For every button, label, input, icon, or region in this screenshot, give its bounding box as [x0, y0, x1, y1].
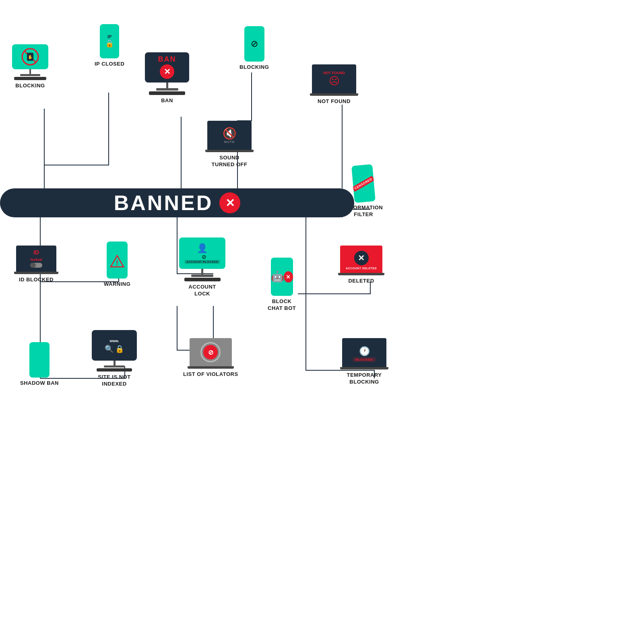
phone-shadow-ban: [29, 342, 50, 378]
monitor-screen-ban: BAN ✕: [145, 52, 189, 83]
label-site-not-indexed: SITE IS NOTINDEXED: [98, 374, 130, 388]
monitor-site-indexed: www. 🔍 🔒: [92, 330, 137, 372]
node-temp-blocking: 🕐 BLOCKED TEMPORARYBLOCKING: [340, 338, 388, 386]
monitor-blocking: ✋: [12, 44, 48, 80]
laptop-deleted: ✕ ACCOUNT DELETED: [338, 246, 384, 275]
node-shadow-ban: SHADOW BAN: [20, 342, 59, 387]
laptop-screen-sound: 🔇 MUTE: [207, 121, 252, 150]
phone-screen-blocking-right: ⊘: [244, 26, 264, 62]
phone-blocking-right: ⊘: [244, 26, 264, 62]
node-ip-closed: IP 🔒 IP CLOSED: [95, 24, 124, 68]
node-id-blocked: IDlocked ID BLOCKED: [14, 246, 58, 283]
monitor-screen-site: www. 🔍 🔒: [92, 330, 137, 361]
label-blocking-top: BLOCKING: [15, 83, 45, 89]
phone-info-filter: CENSORED: [353, 165, 374, 202]
label-account-lock: ACCOUNTLOCK: [188, 284, 216, 297]
laptop-sound: 🔇 MUTE: [205, 121, 254, 152]
laptop-base-not-found: [310, 93, 358, 96]
label-warning: WARNING: [104, 281, 130, 288]
node-block-chat-bot: 🤖 ✕ BLOCKCHAT BOT: [268, 258, 296, 312]
laptop-list-violators: ⊘: [188, 338, 234, 369]
laptop-temp-blocking: 🕐 BLOCKED: [340, 338, 388, 369]
label-deleted: DELETED: [348, 278, 374, 285]
label-id-blocked: ID BLOCKED: [19, 277, 54, 283]
laptop-screen-violators: ⊘: [190, 338, 232, 366]
node-blocking-top: ✋ BLOCKING: [12, 44, 48, 89]
label-ip-closed: IP CLOSED: [95, 61, 124, 68]
node-sound-off: 🔇 MUTE SOUNDTURNED OFF: [205, 121, 254, 168]
banned-banner: BANNED ✕: [0, 188, 354, 217]
laptop-not-found: NOT FOUND ☹: [310, 64, 358, 96]
node-list-violators: ⊘ LIST OF VIOLATORS: [183, 338, 238, 378]
laptop-id-blocked: IDlocked: [14, 246, 58, 274]
laptop-screen-id: IDlocked: [16, 246, 56, 272]
label-sound-off: SOUNDTURNED OFF: [212, 155, 248, 168]
phone-screen-info-filter: CENSORED: [351, 164, 376, 203]
label-temp-blocking: TEMPORARYBLOCKING: [347, 372, 382, 386]
monitor-ban: BAN ✕: [145, 52, 189, 95]
label-not-found: NOT FOUND: [318, 98, 351, 105]
node-blocking-right: ⊘ BLOCKING: [239, 26, 269, 71]
node-not-found: NOT FOUND ☹ NOT FOUND: [310, 64, 358, 105]
label-ban: BAN: [161, 97, 173, 104]
node-account-lock: 👤 ⊘ ACCOUNT BLOCKED ACCOUNTLOCK: [179, 237, 225, 297]
svg-text:!: !: [116, 260, 118, 266]
label-block-chat-bot: BLOCKCHAT BOT: [268, 298, 296, 312]
banned-x-icon: ✕: [219, 192, 240, 213]
svg-text:✋: ✋: [28, 54, 33, 60]
diagram: BANNED ✕ ✋ BLOCKING: [0, 0, 427, 427]
label-list-violators: LIST OF VIOLATORS: [183, 371, 238, 378]
laptop-screen-deleted: ✕ ACCOUNT DELETED: [340, 246, 382, 273]
laptop-screen-not-found: NOT FOUND ☹: [312, 64, 356, 93]
label-blocking-right: BLOCKING: [239, 64, 269, 71]
phone-ip: IP 🔒: [100, 24, 119, 58]
monitor-account: 👤 ⊘ ACCOUNT BLOCKED: [179, 237, 225, 281]
phone-screen-shadow: [29, 342, 50, 378]
banned-title: BANNED: [114, 191, 213, 215]
laptop-screen-temp: 🕐 BLOCKED: [342, 338, 386, 367]
node-deleted: ✕ ACCOUNT DELETED DELETED: [338, 246, 384, 285]
monitor-screen-account: 👤 ⊘ ACCOUNT BLOCKED: [179, 237, 225, 269]
phone-warning: !: [107, 242, 128, 279]
monitor-screen-blocking: ✋: [12, 44, 48, 69]
phone-screen-chatbot: 🤖 ✕: [271, 258, 293, 296]
node-ban: BAN ✕ BAN: [145, 52, 189, 104]
phone-screen-warning: !: [107, 242, 128, 279]
node-warning: ! WARNING: [104, 242, 130, 288]
phone-chat-bot: 🤖 ✕: [271, 258, 293, 296]
label-shadow-ban: SHADOW BAN: [20, 380, 59, 387]
node-site-not-indexed: www. 🔍 🔒 SITE IS NOTINDEXED: [92, 330, 137, 388]
phone-screen-ip: IP 🔒: [100, 24, 119, 58]
